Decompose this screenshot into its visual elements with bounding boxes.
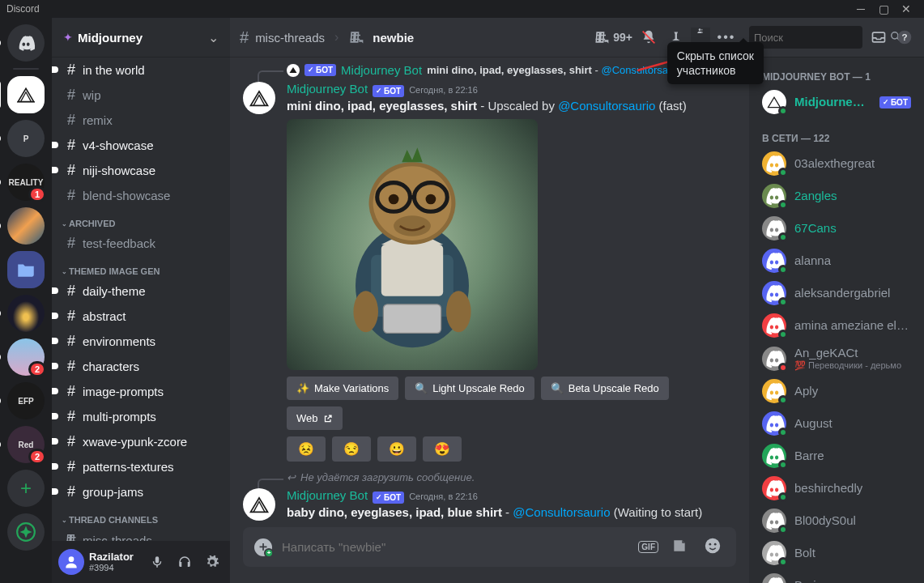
member-item[interactable]: alanna (756, 245, 918, 277)
guild-item[interactable] (7, 295, 45, 332)
member-item[interactable]: 67Cans (756, 212, 918, 245)
channel-item[interactable]: #patterns-textures (58, 454, 224, 479)
channel-item[interactable]: #in the world (58, 57, 224, 82)
guild-item[interactable] (7, 207, 45, 245)
channel-item[interactable]: #multi-prompts (58, 404, 224, 428)
message-author[interactable]: Midjourney Bot (287, 488, 368, 502)
member-item[interactable]: amina ameziane el ha... (756, 309, 918, 342)
member-item[interactable]: Midjourney Bot БОТ (756, 86, 918, 118)
hash-icon: # (65, 334, 78, 348)
hash-icon: # (65, 283, 78, 298)
channel-item[interactable]: #niji-showcase (58, 158, 224, 182)
emoji-reaction-button[interactable]: 😍 (423, 436, 462, 462)
member-item[interactable]: Bl00dyS0ul (756, 504, 918, 537)
message-avatar[interactable] (243, 488, 275, 521)
window-minimize[interactable]: ─ (849, 2, 872, 15)
guild-item[interactable]: + (7, 470, 45, 507)
thread-title[interactable]: newbie (373, 31, 414, 45)
hash-icon: # (65, 309, 78, 323)
message-list[interactable]: БОТ Midjourney Bot mini dino, ipad, eyeg… (230, 57, 749, 527)
chat-input[interactable]: ＋+ GIF (243, 527, 736, 567)
channel-item[interactable]: misc-threads (58, 527, 224, 541)
members-list[interactable]: MIDJOURNEY BOT — 1 Midjourney Bot БОТ В … (749, 57, 924, 583)
guild-item[interactable]: EFP (7, 382, 45, 419)
channel-category[interactable]: ⌄ Themed Image Gen (58, 255, 224, 278)
member-item[interactable]: Aply (756, 375, 918, 407)
headphones-icon[interactable] (173, 551, 196, 573)
member-item[interactable]: aleksandergabriel (756, 277, 918, 309)
emoji-reaction-button[interactable]: 😀 (377, 436, 416, 462)
beta-upscale-button[interactable]: 🔍Beta Upscale Redo (541, 377, 669, 400)
member-item[interactable]: August (756, 407, 918, 440)
reply-avatar (287, 64, 300, 77)
member-avatar (762, 411, 786, 436)
reply-reference[interactable]: ↩ Не удаётся загрузить сообщение. (287, 471, 736, 483)
channel-item[interactable]: #abstract (58, 304, 224, 328)
web-link-button[interactable]: Web (287, 406, 343, 430)
message-input[interactable] (282, 540, 628, 554)
guild-item[interactable] (7, 513, 45, 551)
user-panel: Razilator #3994 (52, 541, 230, 583)
search-box[interactable] (749, 26, 862, 49)
guild-item[interactable]: P (7, 120, 45, 157)
guild-item[interactable]: 2 (7, 338, 45, 376)
window-maximize[interactable]: ▢ (872, 2, 895, 15)
light-upscale-button[interactable]: 🔍Light Upscale Redo (405, 377, 534, 400)
gear-icon[interactable] (201, 551, 224, 573)
mention[interactable]: @Consultorsaurio (558, 99, 655, 113)
member-item[interactable]: 03alexthegreat (756, 147, 918, 180)
guild-item[interactable] (7, 76, 45, 113)
channel-category[interactable]: ⌄ Thread Channels (58, 504, 224, 526)
channel-item[interactable]: #image-prompts (58, 379, 224, 403)
mic-icon[interactable] (146, 551, 168, 573)
guild-item[interactable]: Red2 (7, 426, 45, 463)
channel-item[interactable]: #group-jams (58, 479, 224, 504)
image-attachment[interactable] (287, 119, 538, 370)
emoji-button-row: 😣😒😀😍 (287, 436, 736, 462)
member-item[interactable]: beshirchedly (756, 472, 918, 504)
threads-button[interactable]: 99+ (594, 29, 632, 45)
message-avatar[interactable] (243, 82, 275, 114)
channel-item[interactable]: #test-feedback (58, 231, 224, 255)
svg-point-21 (394, 215, 431, 236)
sticker-button[interactable] (668, 536, 691, 558)
member-item[interactable]: An_geKACt💯 Переводчики - дерьмо (756, 342, 918, 375)
mention[interactable]: @Consultorsaurio (513, 505, 610, 519)
member-item[interactable]: 2angles (756, 180, 918, 212)
channel-list[interactable]: #in the world#wip#remix#v4-showcase#niji… (52, 57, 230, 541)
add-attachment-button[interactable]: ＋+ (254, 538, 272, 556)
emoji-reaction-button[interactable]: 😣 (287, 436, 326, 462)
guild-item[interactable] (7, 251, 45, 288)
message-author[interactable]: Midjourney Bot (287, 82, 368, 96)
member-item[interactable]: Brain (756, 569, 918, 583)
channel-item[interactable]: #daily-theme (58, 279, 224, 303)
hash-icon: # (65, 409, 78, 423)
emoji-button[interactable] (700, 535, 725, 559)
channel-item[interactable]: #environments (58, 329, 224, 353)
guild-item[interactable]: REALITY1 (7, 164, 45, 201)
window-close[interactable]: ✕ (895, 2, 918, 15)
channel-item[interactable]: #wip (58, 83, 224, 107)
channel-item[interactable]: #characters (58, 354, 224, 378)
guild-item[interactable] (7, 24, 45, 62)
user-avatar[interactable] (58, 549, 84, 575)
help-icon[interactable]: ? (895, 28, 914, 47)
guild-list: PREALITY12EFPRed2+ (0, 18, 52, 583)
channel-item[interactable]: #v4-showcase (58, 133, 224, 157)
channel-title[interactable]: misc-threads (255, 31, 325, 45)
user-info[interactable]: Razilator #3994 (89, 551, 141, 574)
emoji-reaction-button[interactable]: 😒 (332, 436, 371, 462)
channel-item[interactable]: #xwave-ypunk-zcore (58, 429, 224, 453)
channel-item[interactable]: #blend-showcase (58, 183, 224, 207)
member-avatar (762, 216, 786, 240)
gif-button[interactable]: GIF (638, 541, 658, 553)
member-item[interactable]: Bolt (756, 537, 918, 569)
channel-item[interactable]: #remix (58, 108, 224, 132)
make-variations-button[interactable]: ✨Make Variations (287, 377, 398, 400)
channel-category[interactable]: ⌄ Archived (58, 207, 224, 230)
server-header[interactable]: ✦ Midjourney ⌄ (52, 18, 230, 57)
notifications-muted-icon[interactable] (639, 28, 658, 47)
inbox-icon[interactable] (869, 28, 888, 47)
member-item[interactable]: Barre (756, 440, 918, 472)
reply-author[interactable]: Midjourney Bot (341, 63, 422, 77)
